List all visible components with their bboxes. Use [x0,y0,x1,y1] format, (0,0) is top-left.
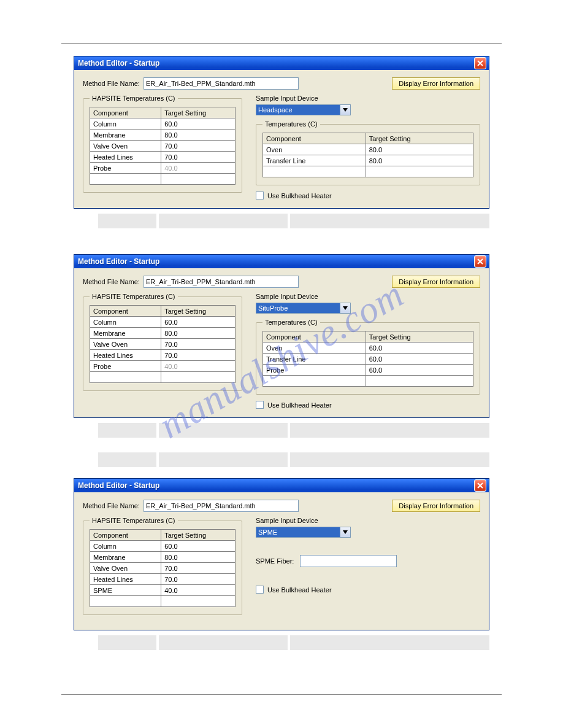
hapsite-grid-header: Component [90,306,161,317]
window-title: Method Editor - Startup [78,481,474,490]
sample-input-device-combo[interactable]: SPME [256,527,351,538]
table-row: Oven80.0 [263,144,473,155]
table-row: Valve Oven70.0 [90,339,236,350]
temperatures-grid-header: Target Setting [366,133,473,144]
combo-value: SituProbe [256,303,340,313]
cell-value[interactable]: 80.0 [161,130,236,141]
temperatures-grid[interactable]: ComponentTarget SettingOven60.0Transfer … [262,331,473,387]
temperatures-legend: Temperatures (C) [262,319,320,326]
table-row: Probe40.0 [90,163,236,174]
hapsite-grid[interactable]: ComponentTarget SettingColumn60.0Membran… [90,305,236,383]
cell-value[interactable]: 60.0 [161,317,236,328]
table-row [90,596,236,607]
spme-fiber-input[interactable] [300,555,397,567]
hapsite-temps-group: HAPSITE Temperatures (C) ComponentTarget… [83,293,242,391]
cell-value[interactable]: 60.0 [161,118,236,130]
cell-value[interactable]: 40.0 [161,361,236,372]
cell-component: Heated Lines [90,152,161,163]
hapsite-grid-header: Component [90,530,161,541]
close-button[interactable] [474,57,486,69]
sample-input-device-label: Sample Input Device [256,293,480,300]
table-row: Membrane80.0 [90,328,236,339]
method-file-input[interactable] [144,500,299,512]
spme-fiber-label: SPME Fiber: [256,557,294,565]
display-error-button[interactable]: Display Error Information [392,276,480,288]
method-file-label: Method File Name: [83,502,140,509]
cell-value[interactable]: 70.0 [161,152,236,163]
bulkhead-checkbox[interactable] [256,401,264,409]
display-error-button[interactable]: Display Error Information [392,77,480,90]
close-button[interactable] [474,255,486,268]
bulkhead-checkbox[interactable] [256,192,264,199]
table-row: Probe60.0 [263,365,473,376]
cell-value[interactable]: 40.0 [161,585,236,596]
table-row: Column60.0 [90,541,236,552]
hapsite-temps-group: HAPSITE Temperatures (C) ComponentTarget… [83,517,242,615]
close-button[interactable] [474,479,486,492]
table-row: Membrane80.0 [90,552,236,563]
cell-value[interactable]: 80.0 [366,155,473,166]
cell-value[interactable]: 60.0 [366,354,473,365]
cell-value[interactable]: 70.0 [161,141,236,152]
table-row: Heated Lines70.0 [90,152,236,163]
cell-value[interactable]: 80.0 [161,328,236,339]
hapsite-grid[interactable]: ComponentTarget SettingColumn60.0Membran… [90,529,236,607]
temperatures-grid-header: Target Setting [366,331,473,343]
cell-component: Column [90,118,161,130]
bulkhead-label: Use Bulkhead Heater [267,401,332,409]
titlebar[interactable]: Method Editor - Startup [74,56,489,70]
method-file-input[interactable] [144,77,299,90]
bottom-rule [61,694,502,695]
temperatures-grid[interactable]: ComponentTarget SettingOven80.0Transfer … [262,133,473,177]
cell-value[interactable]: 70.0 [161,339,236,350]
method-file-label: Method File Name: [83,278,140,285]
method-file-label: Method File Name: [83,80,140,87]
cell-value[interactable]: 40.0 [161,163,236,174]
cell-component: Probe [263,365,366,376]
table-row [90,372,236,383]
chevron-down-icon[interactable] [340,105,350,115]
temperatures-group: Temperatures (C) ComponentTarget Setting… [256,319,480,395]
spacer-bars [74,214,489,243]
titlebar[interactable]: Method Editor - Startup [74,255,489,268]
cell-component: Membrane [90,130,161,141]
table-row: Membrane80.0 [90,130,236,141]
method-editor-window: Method Editor - Startup Method File Name… [74,56,489,209]
display-error-button[interactable]: Display Error Information [392,500,480,512]
table-row: Transfer Line80.0 [263,155,473,166]
hapsite-grid[interactable]: ComponentTarget SettingColumn60.0Membran… [90,107,236,185]
cell-component: Transfer Line [263,354,366,365]
cell-value[interactable]: 70.0 [161,574,236,585]
cell-value[interactable]: 80.0 [366,144,473,155]
spacer-bars [74,423,489,467]
cell-value[interactable]: 70.0 [161,563,236,574]
method-editor-window: Method Editor - Startup Method File Name… [74,478,489,630]
cell-value[interactable]: 60.0 [161,541,236,552]
table-row: Column60.0 [90,317,236,328]
cell-value[interactable]: 60.0 [366,343,473,354]
cell-value[interactable]: 70.0 [161,350,236,361]
combo-value: SPME [256,527,340,537]
cell-component: Membrane [90,328,161,339]
table-row: Heated Lines70.0 [90,350,236,361]
cell-component: Column [90,541,161,552]
sample-input-device-combo[interactable]: Headspace [256,104,351,115]
temperatures-grid-header: Component [263,331,366,343]
spacer-bars [74,635,489,665]
cell-value[interactable]: 80.0 [161,552,236,563]
hapsite-grid-header: Target Setting [161,107,236,118]
hapsite-grid-header: Component [90,107,161,118]
bulkhead-checkbox[interactable] [256,586,264,594]
cell-component: Membrane [90,552,161,563]
hapsite-grid-header: Target Setting [161,530,236,541]
table-row [263,166,473,177]
method-file-input[interactable] [144,276,299,288]
titlebar[interactable]: Method Editor - Startup [74,479,489,492]
cell-component: Heated Lines [90,574,161,585]
window-title: Method Editor - Startup [78,59,474,68]
chevron-down-icon[interactable] [340,527,350,537]
chevron-down-icon[interactable] [340,303,350,313]
cell-value[interactable]: 60.0 [366,365,473,376]
table-row [90,174,236,185]
sample-input-device-combo[interactable]: SituProbe [256,303,351,314]
